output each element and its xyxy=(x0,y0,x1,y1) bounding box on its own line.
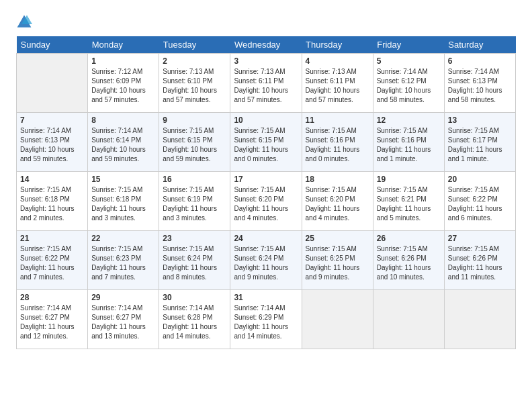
calendar-cell: 27Sunrise: 7:15 AMSunset: 6:26 PMDayligh… xyxy=(444,231,515,290)
calendar-cell: 14Sunrise: 7:15 AMSunset: 6:18 PMDayligh… xyxy=(17,172,88,231)
day-info: Sunrise: 7:15 AMSunset: 6:24 PMDaylight:… xyxy=(234,244,298,282)
day-number: 26 xyxy=(377,234,441,243)
day-info: Sunrise: 7:13 AMSunset: 6:11 PMDaylight:… xyxy=(306,67,369,105)
calendar-week-row: 28Sunrise: 7:14 AMSunset: 6:27 PMDayligh… xyxy=(17,290,516,349)
day-number: 14 xyxy=(20,175,84,184)
calendar-cell: 24Sunrise: 7:15 AMSunset: 6:24 PMDayligh… xyxy=(230,231,302,290)
calendar-cell: 9Sunrise: 7:15 AMSunset: 6:15 PMDaylight… xyxy=(159,113,230,172)
day-info: Sunrise: 7:15 AMSunset: 6:22 PMDaylight:… xyxy=(448,185,512,223)
calendar-cell: 21Sunrise: 7:15 AMSunset: 6:22 PMDayligh… xyxy=(17,231,88,290)
day-info: Sunrise: 7:15 AMSunset: 6:26 PMDaylight:… xyxy=(377,244,441,282)
day-info: Sunrise: 7:15 AMSunset: 6:26 PMDaylight:… xyxy=(448,244,512,282)
weekday-header: Sunday xyxy=(17,36,88,54)
calendar-cell: 11Sunrise: 7:15 AMSunset: 6:16 PMDayligh… xyxy=(302,113,373,172)
calendar-cell: 22Sunrise: 7:15 AMSunset: 6:23 PMDayligh… xyxy=(88,231,159,290)
calendar-cell xyxy=(444,290,515,349)
calendar-week-row: 21Sunrise: 7:15 AMSunset: 6:22 PMDayligh… xyxy=(17,231,516,290)
day-info: Sunrise: 7:15 AMSunset: 6:20 PMDaylight:… xyxy=(234,185,298,223)
day-info: Sunrise: 7:14 AMSunset: 6:29 PMDaylight:… xyxy=(234,304,298,341)
day-number: 6 xyxy=(448,56,512,66)
day-info: Sunrise: 7:15 AMSunset: 6:24 PMDaylight:… xyxy=(163,244,226,282)
day-number: 5 xyxy=(377,56,441,66)
calendar-cell: 20Sunrise: 7:15 AMSunset: 6:22 PMDayligh… xyxy=(444,172,515,231)
day-info: Sunrise: 7:15 AMSunset: 6:15 PMDaylight:… xyxy=(163,126,226,164)
calendar-table: SundayMondayTuesdayWednesdayThursdayFrid… xyxy=(16,36,516,349)
calendar-cell: 30Sunrise: 7:14 AMSunset: 6:28 PMDayligh… xyxy=(159,290,230,349)
day-info: Sunrise: 7:14 AMSunset: 6:28 PMDaylight:… xyxy=(163,304,226,341)
day-info: Sunrise: 7:14 AMSunset: 6:27 PMDaylight:… xyxy=(91,304,155,341)
day-number: 7 xyxy=(20,116,84,125)
day-number: 15 xyxy=(91,175,155,184)
calendar-cell: 10Sunrise: 7:15 AMSunset: 6:15 PMDayligh… xyxy=(230,113,302,172)
calendar-week-row: 14Sunrise: 7:15 AMSunset: 6:18 PMDayligh… xyxy=(17,172,516,231)
calendar-cell: 4Sunrise: 7:13 AMSunset: 6:11 PMDaylight… xyxy=(302,54,373,113)
day-number: 27 xyxy=(448,234,512,243)
day-number: 21 xyxy=(20,234,84,243)
logo xyxy=(16,13,35,30)
calendar-cell: 2Sunrise: 7:13 AMSunset: 6:10 PMDaylight… xyxy=(159,54,230,113)
calendar-cell xyxy=(302,290,373,349)
logo-icon xyxy=(16,13,32,30)
day-info: Sunrise: 7:15 AMSunset: 6:23 PMDaylight:… xyxy=(91,244,155,282)
day-number: 29 xyxy=(91,293,155,302)
day-number: 2 xyxy=(163,56,226,66)
weekday-header: Wednesday xyxy=(230,36,302,54)
day-number: 19 xyxy=(377,175,441,184)
calendar-cell: 5Sunrise: 7:14 AMSunset: 6:12 PMDaylight… xyxy=(373,54,444,113)
day-number: 22 xyxy=(91,234,155,243)
day-info: Sunrise: 7:14 AMSunset: 6:13 PMDaylight:… xyxy=(448,67,512,105)
calendar-cell: 15Sunrise: 7:15 AMSunset: 6:18 PMDayligh… xyxy=(88,172,159,231)
day-number: 18 xyxy=(306,175,369,184)
calendar-cell: 13Sunrise: 7:15 AMSunset: 6:17 PMDayligh… xyxy=(444,113,515,172)
day-info: Sunrise: 7:15 AMSunset: 6:15 PMDaylight:… xyxy=(234,126,298,164)
calendar-cell: 6Sunrise: 7:14 AMSunset: 6:13 PMDaylight… xyxy=(444,54,515,113)
day-info: Sunrise: 7:15 AMSunset: 6:19 PMDaylight:… xyxy=(163,185,226,223)
calendar-week-row: 1Sunrise: 7:12 AMSunset: 6:09 PMDaylight… xyxy=(17,54,516,113)
day-number: 4 xyxy=(306,56,369,66)
day-number: 16 xyxy=(163,175,226,184)
day-info: Sunrise: 7:15 AMSunset: 6:20 PMDaylight:… xyxy=(306,185,369,223)
calendar-cell: 31Sunrise: 7:14 AMSunset: 6:29 PMDayligh… xyxy=(230,290,302,349)
weekday-header: Monday xyxy=(88,36,159,54)
calendar-week-row: 7Sunrise: 7:14 AMSunset: 6:13 PMDaylight… xyxy=(17,113,516,172)
day-number: 23 xyxy=(163,234,226,243)
calendar-cell: 7Sunrise: 7:14 AMSunset: 6:13 PMDaylight… xyxy=(17,113,88,172)
weekday-header: Thursday xyxy=(302,36,373,54)
weekday-header: Tuesday xyxy=(159,36,230,54)
calendar-cell xyxy=(17,54,88,113)
calendar-cell: 28Sunrise: 7:14 AMSunset: 6:27 PMDayligh… xyxy=(17,290,88,349)
day-info: Sunrise: 7:13 AMSunset: 6:10 PMDaylight:… xyxy=(163,67,226,105)
calendar-cell xyxy=(373,290,444,349)
day-info: Sunrise: 7:12 AMSunset: 6:09 PMDaylight:… xyxy=(91,67,155,105)
day-info: Sunrise: 7:14 AMSunset: 6:14 PMDaylight:… xyxy=(91,126,155,164)
day-number: 11 xyxy=(306,116,369,125)
day-number: 24 xyxy=(234,234,298,243)
day-number: 28 xyxy=(20,293,84,302)
day-number: 17 xyxy=(234,175,298,184)
calendar-header-row: SundayMondayTuesdayWednesdayThursdayFrid… xyxy=(17,36,516,54)
day-info: Sunrise: 7:15 AMSunset: 6:25 PMDaylight:… xyxy=(306,244,369,282)
calendar-cell: 17Sunrise: 7:15 AMSunset: 6:20 PMDayligh… xyxy=(230,172,302,231)
day-info: Sunrise: 7:15 AMSunset: 6:16 PMDaylight:… xyxy=(306,126,369,164)
calendar-cell: 3Sunrise: 7:13 AMSunset: 6:11 PMDaylight… xyxy=(230,54,302,113)
calendar-cell: 19Sunrise: 7:15 AMSunset: 6:21 PMDayligh… xyxy=(373,172,444,231)
day-info: Sunrise: 7:13 AMSunset: 6:11 PMDaylight:… xyxy=(234,67,298,105)
calendar-cell: 23Sunrise: 7:15 AMSunset: 6:24 PMDayligh… xyxy=(159,231,230,290)
calendar-cell: 8Sunrise: 7:14 AMSunset: 6:14 PMDaylight… xyxy=(88,113,159,172)
day-number: 31 xyxy=(234,293,298,302)
day-info: Sunrise: 7:15 AMSunset: 6:18 PMDaylight:… xyxy=(20,185,84,223)
weekday-header: Saturday xyxy=(444,36,515,54)
day-info: Sunrise: 7:15 AMSunset: 6:21 PMDaylight:… xyxy=(377,185,441,223)
day-info: Sunrise: 7:15 AMSunset: 6:18 PMDaylight:… xyxy=(91,185,155,223)
day-number: 30 xyxy=(163,293,226,302)
calendar-cell: 12Sunrise: 7:15 AMSunset: 6:16 PMDayligh… xyxy=(373,113,444,172)
day-info: Sunrise: 7:14 AMSunset: 6:13 PMDaylight:… xyxy=(20,126,84,164)
calendar-cell: 18Sunrise: 7:15 AMSunset: 6:20 PMDayligh… xyxy=(302,172,373,231)
calendar-cell: 25Sunrise: 7:15 AMSunset: 6:25 PMDayligh… xyxy=(302,231,373,290)
calendar-cell: 29Sunrise: 7:14 AMSunset: 6:27 PMDayligh… xyxy=(88,290,159,349)
day-number: 13 xyxy=(448,116,512,125)
day-number: 8 xyxy=(91,116,155,125)
day-number: 3 xyxy=(234,56,298,66)
day-info: Sunrise: 7:15 AMSunset: 6:22 PMDaylight:… xyxy=(20,244,84,282)
header xyxy=(16,13,516,30)
